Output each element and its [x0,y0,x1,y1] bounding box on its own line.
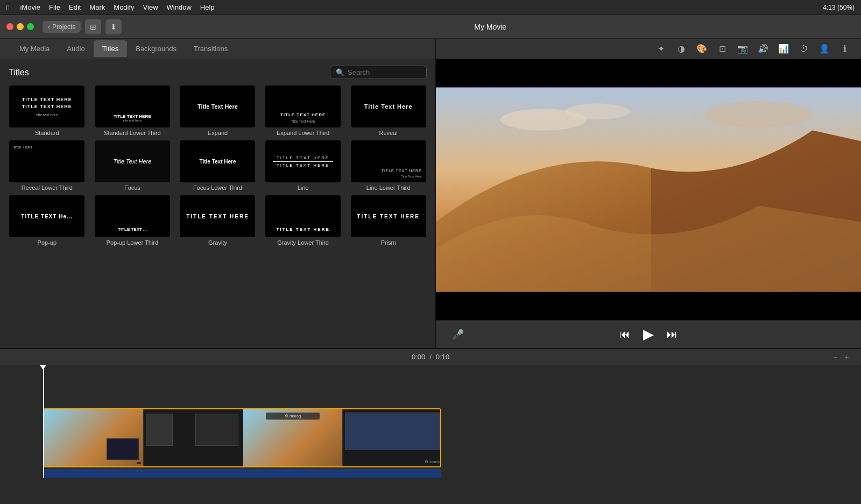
title-card-reveal-lower[interactable]: title TeXT Reveal Lower Third [6,140,88,191]
timeline-zoom-out[interactable]: － [832,352,839,362]
person-icon[interactable]: 👤 [817,41,832,56]
playhead [43,365,44,478]
video-preview [436,59,861,320]
camera-icon[interactable]: 📷 [735,41,750,56]
storyboard-icon-button[interactable]: ⊞ [85,19,101,34]
search-input[interactable] [348,68,418,76]
menubar-left:  iMovie File Edit Mark Modify View Wind… [6,3,215,12]
mic-button[interactable]: 🎤 [452,329,464,340]
close-button[interactable] [6,23,13,30]
menubar-mark[interactable]: Mark [89,3,105,11]
title-name-standard-lower: Standard Lower Third [104,130,161,136]
titles-label: Titles [9,68,29,77]
title-card-line[interactable]: TITLE TEXT HERE TITLE TEXT HERE Line [263,140,344,191]
projects-button[interactable]: ‹ Projects [43,21,81,33]
menubar-view[interactable]: View [143,3,158,11]
search-icon: 🔍 [336,68,344,76]
timeline-clip[interactable]: ⚙ dialog ⚙ icons [43,408,441,467]
title-card-prism[interactable]: TITLE TEXT HERE Prism [348,195,429,246]
title-thumb-gravity-lower: TITLE TEXT HERE [265,195,341,237]
skip-forward-button[interactable]: ⏭ [667,328,677,340]
tab-my-media[interactable]: My Media [11,40,58,57]
title-name-standard: Standard [35,130,59,136]
title-name-expand: Expand [208,130,228,136]
title-thumb-line: TITLE TEXT HERE TITLE TEXT HERE [265,140,341,182]
projects-label: Projects [52,23,75,31]
title-card-reveal[interactable]: Title Text Here Reveal [348,86,429,136]
title-name-focus-lower: Focus Lower Third [193,184,242,191]
title-thumb-line-lower: TITLE TEXT HERE Title Text Here [351,140,426,182]
title-thumb-focus: Title Text Here [95,140,170,182]
title-card-line-lower[interactable]: TITLE TEXT HERE Title Text Here Line Low… [348,140,429,191]
titles-header: Titles 🔍 [6,66,429,79]
svg-point-3 [705,101,813,128]
color-wheel-icon[interactable]: 🎨 [694,41,709,56]
info-icon[interactable]: ℹ [837,41,852,56]
left-panel: My Media Audio Titles Backgrounds Transi… [0,39,436,348]
timeline-controls: － ＋ [832,352,850,362]
title-card-popup-lower[interactable]: TITLE TEXT ... Pop-up Lower Third [92,195,173,246]
title-name-line-lower: Line Lower Third [366,184,411,191]
menubar-edit[interactable]: Edit [69,3,81,11]
chevron-left-icon: ‹ [48,23,50,31]
title-card-popup[interactable]: TITLE TEXT He... Pop-up [6,195,88,246]
title-name-reveal: Reveal [379,130,398,136]
timeline-subtrack [43,469,441,478]
title-card-focus-lower[interactable]: Title Text Here Focus Lower Third [177,140,258,191]
audio-icon[interactable]: 🔊 [756,41,771,56]
apple-menu[interactable]:  [6,3,9,12]
menubar-imovie[interactable]: iMovie [20,3,40,11]
menubar-help[interactable]: Help [200,3,215,11]
svg-point-2 [565,104,630,120]
preview-toolbar: ✦ ◑ 🎨 ⊡ 📷 🔊 📊 ⏱ 👤 ℹ [436,39,861,59]
menubar-modify[interactable]: Modify [114,3,134,11]
title-card-standard[interactable]: TITLE TEXT HERE TITLE TEXT HERE title te… [6,86,88,136]
right-panel: ✦ ◑ 🎨 ⊡ 📷 🔊 📊 ⏱ 👤 ℹ [436,39,861,348]
timeline-total-time: 0:10 [436,353,449,361]
menubar-right: 4:13 (50%) [823,4,855,11]
title-thumb-focus-lower: Title Text Here [180,140,255,182]
tab-transitions[interactable]: Transitions [185,40,236,57]
crop-icon[interactable]: ⊡ [715,41,730,56]
title-card-standard-lower[interactable]: TITLE TEXT HERE title text here Standard… [92,86,173,136]
toolbar: ‹ Projects ⊞ ⬇ My Movie [0,15,861,39]
title-name-prism: Prism [381,239,396,246]
title-thumb-gravity: TITLE TEXT HERE [180,195,255,237]
menubar-window[interactable]: Window [167,3,192,11]
skip-back-button[interactable]: ⏮ [619,328,630,340]
search-box[interactable]: 🔍 [330,66,427,79]
speedometer-icon[interactable]: ⏱ [796,41,811,56]
timeline-track-area: ⚙ dialog ⚙ icons [0,365,861,478]
title-thumb-popup-lower: TITLE TEXT ... [95,195,170,237]
menubar:  iMovie File Edit Mark Modify View Wind… [0,0,861,15]
clip-frame-4: ⚙ icons [343,409,441,466]
titles-grid: TITLE TEXT HERE TITLE TEXT HERE title te… [6,86,429,246]
title-card-gravity[interactable]: TITLE TEXT HERE Gravity [177,195,258,246]
menubar-time: 4:13 (50%) [823,4,855,11]
timeline-current-time: 0:00 [412,353,425,361]
title-thumb-standard: TITLE TEXT HERE TITLE TEXT HERE title te… [9,86,84,127]
title-name-gravity: Gravity [208,239,227,246]
title-card-gravity-lower[interactable]: TITLE TEXT HERE Gravity Lower Third [263,195,344,246]
tab-backgrounds[interactable]: Backgrounds [127,40,185,57]
title-card-expand-lower[interactable]: TITLE TEXT HERE Title Text Here Expand L… [263,86,344,136]
color-correction-icon[interactable]: ◑ [674,41,689,56]
tab-titles[interactable]: Titles [94,40,128,57]
play-button[interactable]: ▶ [643,326,654,343]
clip-frame-2 [144,409,243,466]
clip-overlay-1 [137,462,141,464]
import-icon-button[interactable]: ⬇ [105,19,122,34]
clip-frame-1 [44,409,144,466]
tab-audio[interactable]: Audio [58,40,93,57]
title-thumb-reveal: Title Text Here [351,86,426,127]
minimize-button[interactable] [17,23,24,30]
tab-bar: My Media Audio Titles Backgrounds Transi… [0,39,435,59]
title-card-expand[interactable]: Title Text Here Expand [177,86,258,136]
magic-wand-icon[interactable]: ✦ [653,41,668,56]
timeline-separator: / [429,353,432,361]
maximize-button[interactable] [27,23,34,30]
menubar-file[interactable]: File [49,3,60,11]
equalizer-icon[interactable]: 📊 [776,41,791,56]
title-card-focus[interactable]: Title Text Here Focus [92,140,173,191]
timeline-zoom-in[interactable]: ＋ [843,352,850,362]
